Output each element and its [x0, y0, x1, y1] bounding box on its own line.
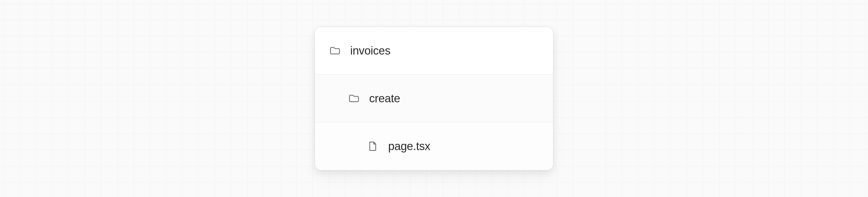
- tree-label: create: [369, 92, 400, 105]
- file-tree-panel: invoices create page.tsx: [315, 27, 553, 170]
- tree-label: invoices: [350, 44, 390, 57]
- folder-icon: [329, 45, 341, 57]
- tree-row-invoices[interactable]: invoices: [315, 27, 553, 75]
- folder-icon: [348, 92, 360, 105]
- tree-row-create[interactable]: create: [315, 75, 553, 122]
- file-icon: [367, 140, 379, 152]
- tree-label: page.tsx: [388, 140, 430, 153]
- tree-row-page-tsx[interactable]: page.tsx: [315, 122, 553, 170]
